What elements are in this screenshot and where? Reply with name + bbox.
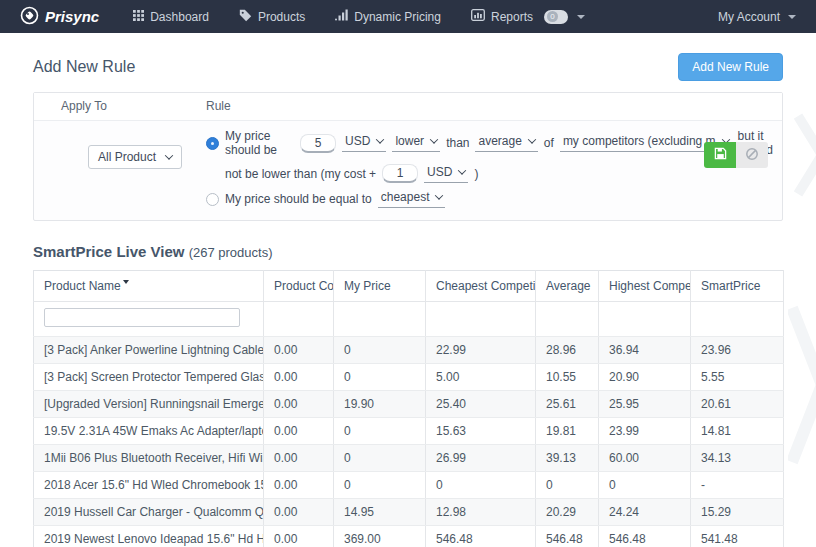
value-cell: 546.48: [599, 526, 691, 547]
value-cell: 0: [426, 472, 536, 499]
value-cell: 23.96: [691, 337, 784, 364]
table-row[interactable]: 2019 Newest Lenovo Ideapad 15.6" Hd High…: [34, 526, 784, 547]
value-cell: 10.55: [536, 364, 599, 391]
value-cell: 39.13: [536, 445, 599, 472]
value-cell: 0: [334, 445, 426, 472]
save-icon: [714, 147, 727, 163]
product-name-cell: 2019 Hussell Car Charger - Qualcomm Quic…: [34, 499, 264, 526]
column-header: My Price: [334, 271, 426, 302]
smartprice-table: Product NameProduct CostMy PriceCheapest…: [33, 270, 784, 547]
product-name-cell: [3 Pack] Anker Powerline Lightning Cable…: [34, 337, 264, 364]
chevron-down-icon: [376, 135, 384, 143]
sort-caret-icon: [123, 280, 129, 284]
column-header: Cheapest Competitor: [426, 271, 536, 302]
table-body: [3 Pack] Anker Powerline Lightning Cable…: [34, 337, 784, 547]
equal-to-select[interactable]: cheapest: [378, 190, 446, 208]
nav-item-reports[interactable]: Reports 0: [471, 9, 585, 24]
rule-option2-radio[interactable]: [206, 193, 219, 206]
smartprice-title: SmartPrice Live View: [33, 243, 184, 260]
main-content: Add New Rule Add New Rule Apply To Rule …: [0, 53, 816, 547]
min-amount-input[interactable]: [382, 164, 418, 183]
value-cell: 28.96: [536, 337, 599, 364]
rule-panel: Apply To Rule All Product My price shoul…: [33, 92, 783, 221]
rule-option1-radio[interactable]: [206, 137, 219, 150]
table-row[interactable]: [3 Pack] Anker Powerline Lightning Cable…: [34, 337, 784, 364]
column-header[interactable]: Product Cost: [264, 271, 334, 302]
rule-column-header: Rule: [206, 99, 231, 113]
table-row[interactable]: 2018 Acer 15.6" Hd Wled Chromebook 15 Wi…: [34, 472, 784, 499]
product-name-cell: 2019 Newest Lenovo Ideapad 15.6" Hd High…: [34, 526, 264, 547]
value-cell: 14.81: [691, 418, 784, 445]
value-cell: 12.98: [426, 499, 536, 526]
value-cell: 19.81: [536, 418, 599, 445]
table-row[interactable]: [Upgraded Version] Runningsnail Emergenc…: [34, 391, 784, 418]
value-cell: 0: [599, 472, 691, 499]
table-row[interactable]: 19.5V 2.31A 45W Emaks Ac Adapter/laptop …: [34, 418, 784, 445]
filter-row: [34, 302, 784, 337]
product-name-cell: 19.5V 2.31A 45W Emaks Ac Adapter/laptop …: [34, 418, 264, 445]
value-cell: 23.99: [599, 418, 691, 445]
value-cell: 25.40: [426, 391, 536, 418]
product-name-cell: 2018 Acer 15.6" Hd Wled Chromebook 15 Wi…: [34, 472, 264, 499]
cancel-rule-button[interactable]: [736, 142, 768, 168]
value-cell: 0.00: [264, 499, 334, 526]
column-header[interactable]: Product Name: [34, 271, 264, 302]
page-title: Add New Rule: [33, 58, 135, 76]
value-cell: 15.63: [426, 418, 536, 445]
filter-cell: [34, 302, 264, 337]
column-header: SmartPrice: [691, 271, 784, 302]
grid-icon: [133, 10, 144, 24]
value-cell: 0.00: [264, 472, 334, 499]
value-cell: 22.99: [426, 337, 536, 364]
direction-select[interactable]: lower: [392, 134, 440, 152]
my-account-label: My Account: [718, 10, 780, 24]
table-row[interactable]: [3 Pack] Screen Protector Tempered Glass…: [34, 364, 784, 391]
value-cell: 34.13: [691, 445, 784, 472]
value-cell: 20.61: [691, 391, 784, 418]
nav-item-dynamic-pricing[interactable]: Dynamic Pricing: [335, 9, 441, 24]
prisync-logo[interactable]: Prisync: [20, 6, 99, 28]
value-cell: 15.29: [691, 499, 784, 526]
value-cell: 0.00: [264, 418, 334, 445]
value-cell: 36.94: [599, 337, 691, 364]
chevron-down-icon: [528, 135, 536, 143]
value-cell: 25.95: [599, 391, 691, 418]
value-cell: 5.00: [426, 364, 536, 391]
rule-text: My price should be equal to: [225, 192, 372, 206]
nav-item-dashboard[interactable]: Dashboard: [133, 10, 209, 24]
value-cell: 0: [334, 337, 426, 364]
value-cell: -: [691, 472, 784, 499]
value-cell: 369.00: [334, 526, 426, 547]
currency-select[interactable]: USD: [342, 134, 386, 152]
value-cell: 60.00: [599, 445, 691, 472]
nav-item-label: Dashboard: [150, 10, 209, 24]
chevron-down-icon: [458, 166, 466, 174]
value-cell: 0: [536, 472, 599, 499]
value-cell: 0.00: [264, 337, 334, 364]
save-rule-button[interactable]: [704, 142, 736, 168]
table-row[interactable]: 1Mii B06 Plus Bluetooth Receiver, Hifi W…: [34, 445, 784, 472]
add-new-rule-button[interactable]: Add New Rule: [678, 53, 783, 81]
table-row[interactable]: 2019 Hussell Car Charger - Qualcomm Quic…: [34, 499, 784, 526]
aggregate-select[interactable]: average: [475, 134, 537, 152]
value-cell: 0.00: [264, 391, 334, 418]
signal-bars-icon: [335, 9, 348, 24]
top-navbar: Prisync Dashboard Products: [0, 0, 816, 33]
min-currency-select[interactable]: USD: [424, 165, 468, 183]
product-name-filter-input[interactable]: [44, 308, 240, 327]
brand-name: Prisync: [45, 8, 99, 25]
product-name-cell: [Upgraded Version] Runningsnail Emergenc…: [34, 391, 264, 418]
smartprice-product-count: (267 products): [189, 245, 273, 260]
apply-to-select[interactable]: All Product: [88, 145, 182, 169]
value-cell: 0: [334, 364, 426, 391]
my-account-menu[interactable]: My Account: [718, 10, 796, 24]
rule-text: than: [446, 136, 469, 150]
value-cell: 14.95: [334, 499, 426, 526]
rule-text: not be lower than (my cost +: [225, 167, 376, 181]
chevron-down-icon: [788, 15, 796, 19]
value-cell: 541.48: [691, 526, 784, 547]
smartprice-heading: SmartPrice Live View (267 products): [33, 243, 783, 260]
apply-to-value: All Product: [98, 150, 156, 164]
nav-item-products[interactable]: Products: [239, 9, 305, 25]
amount-input[interactable]: [300, 134, 336, 153]
